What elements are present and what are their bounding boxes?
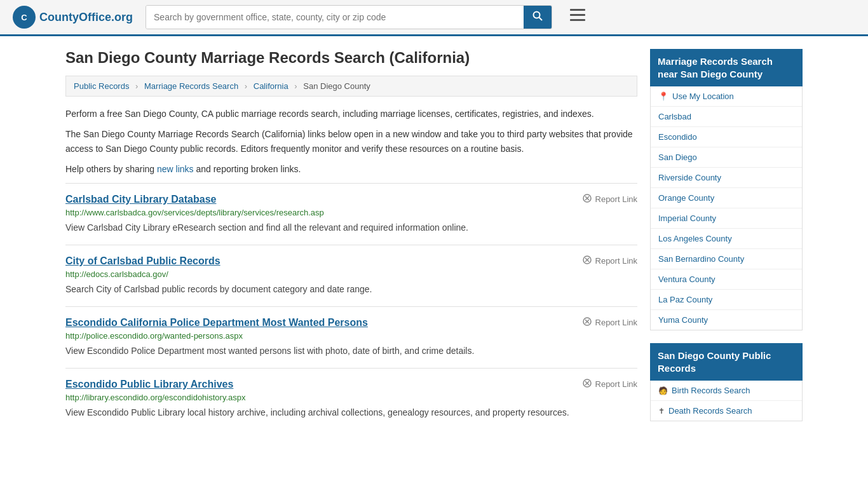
result-item: City of Carlsbad Public Records Report L… xyxy=(65,245,637,306)
report-link-0[interactable]: Report Link xyxy=(583,194,637,205)
person-icon: 🧑 xyxy=(658,386,668,395)
result-desc-1: Search City of Carlsbad public records b… xyxy=(65,283,637,296)
result-desc-0: View Carlsbad City Library eResearch sec… xyxy=(65,221,637,234)
result-url-0[interactable]: http://www.carlsbadca.gov/services/depts… xyxy=(65,208,637,217)
nearby-item-7[interactable]: San Bernardino County xyxy=(651,249,802,269)
svg-point-2 xyxy=(534,12,540,18)
result-desc-3: View Escondido Public Library local hist… xyxy=(65,406,637,419)
nearby-heading: Marriage Records Search near San Diego C… xyxy=(650,49,803,86)
nearby-item-8[interactable]: Ventura County xyxy=(651,269,802,290)
result-header: Carlsbad City Library Database Report Li… xyxy=(65,194,637,205)
public-records-list: 🧑 Birth Records Search ✝ Death Records S… xyxy=(650,381,803,421)
description-2: The San Diego County Marriage Records Se… xyxy=(65,127,637,156)
nearby-links-container: CarlsbadEscondidoSan DiegoRiverside Coun… xyxy=(651,107,802,330)
report-icon-2 xyxy=(583,317,592,328)
header: C CountyOffice.org xyxy=(0,0,868,36)
svg-rect-5 xyxy=(570,14,585,16)
svg-rect-6 xyxy=(570,19,585,21)
nearby-section: Marriage Records Search near San Diego C… xyxy=(650,49,803,330)
result-title-1[interactable]: City of Carlsbad Public Records xyxy=(65,255,220,267)
result-url-2[interactable]: http://police.escondido.org/wanted-perso… xyxy=(65,331,637,341)
logo[interactable]: C CountyOffice.org xyxy=(13,6,133,29)
nearby-link-10[interactable]: Yuma County xyxy=(658,315,708,325)
birth-records-item[interactable]: 🧑 Birth Records Search xyxy=(651,381,802,401)
nearby-link-2[interactable]: San Diego xyxy=(658,152,697,162)
logo-text: CountyOffice.org xyxy=(39,11,133,24)
use-location-link[interactable]: Use My Location xyxy=(672,92,734,101)
nearby-item-3[interactable]: Riverside County xyxy=(651,168,802,188)
result-url-1[interactable]: http://edocs.carlsbadca.gov/ xyxy=(65,269,637,279)
result-title-2[interactable]: Escondido California Police Department M… xyxy=(65,317,368,329)
nearby-item-4[interactable]: Orange County xyxy=(651,188,802,208)
search-bar xyxy=(146,5,552,29)
nearby-link-4[interactable]: Orange County xyxy=(658,193,714,203)
report-icon-3 xyxy=(583,379,592,390)
breadcrumb-san-diego: San Diego County xyxy=(303,81,370,91)
public-records-section: San Diego County Public Records 🧑 Birth … xyxy=(650,343,803,421)
page-title: San Diego County Marriage Records Search… xyxy=(65,49,637,67)
death-records-link[interactable]: Death Records Search xyxy=(668,406,752,416)
report-link-2[interactable]: Report Link xyxy=(583,317,637,328)
nearby-link-6[interactable]: Los Angeles County xyxy=(658,234,732,243)
nearby-link-3[interactable]: Riverside County xyxy=(658,173,721,182)
report-icon-0 xyxy=(583,194,592,205)
result-header: Escondido Public Library Archives Report… xyxy=(65,379,637,390)
svg-text:C: C xyxy=(21,13,27,22)
main-container: San Diego County Marriage Records Search… xyxy=(53,36,815,447)
nearby-item-10[interactable]: Yuma County xyxy=(651,310,802,330)
report-link-1[interactable]: Report Link xyxy=(583,255,637,266)
nearby-item-5[interactable]: Imperial County xyxy=(651,208,802,229)
result-desc-2: View Escondido Police Department most wa… xyxy=(65,344,637,358)
nearby-link-1[interactable]: Escondido xyxy=(658,132,697,142)
report-link-3[interactable]: Report Link xyxy=(583,379,637,390)
logo-icon: C xyxy=(13,6,36,29)
nearby-item-0[interactable]: Carlsbad xyxy=(651,107,802,127)
hamburger-menu-button[interactable] xyxy=(565,6,590,28)
result-header: Escondido California Police Department M… xyxy=(65,317,637,329)
breadcrumb-marriage-records[interactable]: Marriage Records Search xyxy=(144,81,238,91)
breadcrumb-sep-3: › xyxy=(294,81,297,91)
result-item: Escondido California Police Department M… xyxy=(65,306,637,368)
breadcrumb-sep-1: › xyxy=(135,81,138,91)
cross-icon: ✝ xyxy=(658,407,665,416)
results-container: Carlsbad City Library Database Report Li… xyxy=(65,183,637,430)
breadcrumb-sep-2: › xyxy=(245,81,247,91)
result-item: Escondido Public Library Archives Report… xyxy=(65,368,637,430)
nearby-link-9[interactable]: La Paz County xyxy=(658,295,712,304)
use-location-item[interactable]: 📍 Use My Location xyxy=(651,86,802,107)
description-3: Help others by sharing new links and rep… xyxy=(65,162,637,176)
svg-line-3 xyxy=(539,18,543,21)
sidebar: Marriage Records Search near San Diego C… xyxy=(650,49,803,434)
breadcrumb-california[interactable]: California xyxy=(254,81,288,91)
content-area: San Diego County Marriage Records Search… xyxy=(65,49,637,434)
nearby-link-8[interactable]: Ventura County xyxy=(658,274,715,284)
pin-icon: 📍 xyxy=(658,92,668,101)
nearby-link-5[interactable]: Imperial County xyxy=(658,214,716,223)
death-records-item[interactable]: ✝ Death Records Search xyxy=(651,401,802,421)
breadcrumb-public-records[interactable]: Public Records xyxy=(74,81,129,91)
search-button[interactable] xyxy=(524,6,552,29)
birth-records-link[interactable]: Birth Records Search xyxy=(672,386,750,395)
result-url-3[interactable]: http://library.escondido.org/escondidohi… xyxy=(65,393,637,402)
nearby-link-0[interactable]: Carlsbad xyxy=(658,112,691,121)
nearby-item-1[interactable]: Escondido xyxy=(651,127,802,147)
svg-rect-4 xyxy=(570,9,585,11)
public-records-heading: San Diego County Public Records xyxy=(650,343,803,381)
result-title-0[interactable]: Carlsbad City Library Database xyxy=(65,194,216,205)
description-1: Perform a free San Diego County, CA publ… xyxy=(65,107,637,121)
nearby-item-2[interactable]: San Diego xyxy=(651,147,802,168)
result-title-3[interactable]: Escondido Public Library Archives xyxy=(65,379,233,390)
new-links-link[interactable]: new links xyxy=(157,164,194,174)
nearby-item-9[interactable]: La Paz County xyxy=(651,290,802,310)
nearby-link-7[interactable]: San Bernardino County xyxy=(658,254,744,264)
result-header: City of Carlsbad Public Records Report L… xyxy=(65,255,637,267)
report-icon-1 xyxy=(583,255,592,266)
breadcrumb: Public Records › Marriage Records Search… xyxy=(65,76,637,97)
nearby-item-6[interactable]: Los Angeles County xyxy=(651,229,802,249)
search-input[interactable] xyxy=(146,6,524,29)
nearby-list: 📍 Use My Location CarlsbadEscondidoSan D… xyxy=(650,86,803,330)
result-item: Carlsbad City Library Database Report Li… xyxy=(65,183,637,245)
